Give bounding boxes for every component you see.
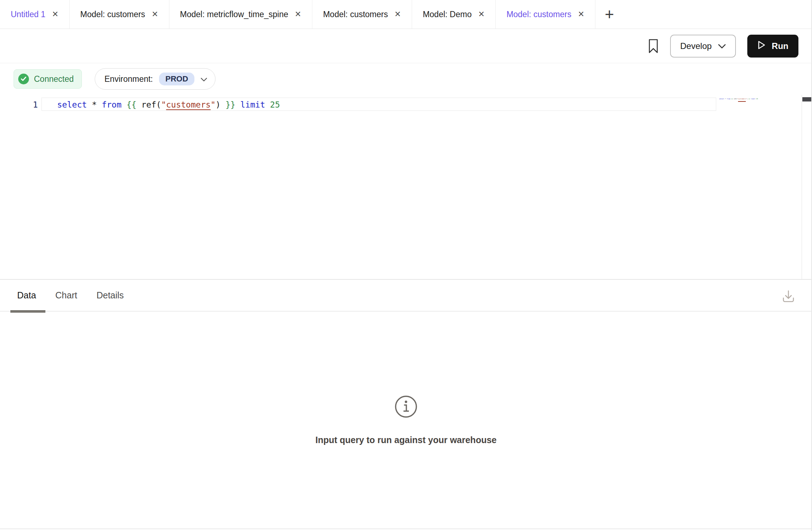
environment-value-chip: PROD: [159, 73, 195, 85]
chevron-down-icon: [718, 41, 726, 51]
editor-tab-0[interactable]: Untitled 1 ✕: [0, 0, 70, 29]
editor-tab-3[interactable]: Model: customers ✕: [312, 0, 412, 29]
code-token: select: [719, 98, 724, 100]
code-token: select: [57, 100, 87, 109]
editor-tab-1[interactable]: Model: customers ✕: [70, 0, 169, 29]
panel-tab-details[interactable]: Details: [96, 290, 124, 301]
code-token: limit: [751, 98, 755, 100]
empty-state-message: Input query to run against your warehous…: [315, 435, 496, 445]
environment-selector[interactable]: Environment: PROD: [95, 68, 216, 90]
tab-label: Model: Demo: [423, 10, 472, 19]
line-number: 1: [33, 100, 38, 110]
status-row: Connected Environment: PROD: [0, 63, 812, 95]
code-token: {{: [127, 100, 137, 109]
code-token: [236, 100, 241, 109]
code-token: ref(: [141, 100, 161, 109]
code-token: limit: [241, 100, 265, 109]
close-icon[interactable]: ✕: [478, 10, 485, 18]
panel-tab-chart[interactable]: Chart: [55, 290, 77, 301]
connection-status-badge: Connected: [14, 69, 82, 89]
code-token: 25: [270, 100, 280, 109]
dbt-ide-window: Untitled 1 ✕ Model: customers ✕ Model: m…: [0, 0, 812, 531]
results-panel: Data Chart Details Input query to run ag…: [0, 279, 812, 531]
bookmark-icon[interactable]: [648, 39, 659, 54]
editor-scrollbar[interactable]: [802, 95, 812, 279]
toolbar: Develop Run: [0, 29, 812, 63]
close-icon[interactable]: ✕: [295, 10, 301, 18]
tab-label: Model: customers: [323, 10, 388, 19]
develop-button[interactable]: Develop: [670, 35, 736, 58]
code-token: ): [216, 100, 221, 109]
check-icon: [18, 74, 29, 84]
run-button[interactable]: Run: [747, 35, 798, 58]
code-token: from: [102, 100, 122, 109]
code-token: }}: [226, 100, 236, 109]
tab-label: Model: customers: [506, 10, 571, 19]
code-token: [137, 100, 142, 109]
code-token: from: [727, 98, 731, 100]
code-token: ": [211, 100, 216, 109]
run-button-label: Run: [772, 41, 788, 51]
develop-button-label: Develop: [680, 41, 712, 51]
code-line[interactable]: select * from {{ ref("customers") }} lim…: [57, 100, 280, 110]
editor-tab-5[interactable]: Model: customers ✕: [496, 0, 595, 29]
environment-label: Environment:: [104, 74, 153, 84]
code-token: customers: [738, 98, 746, 100]
code-token: [122, 100, 127, 109]
play-icon: [757, 40, 766, 52]
editor-tab-4[interactable]: Model: Demo ✕: [412, 0, 496, 29]
new-tab-button[interactable]: +: [595, 0, 623, 29]
code-token: *: [92, 100, 97, 109]
code-token: 25: [756, 98, 758, 100]
empty-state: Input query to run against your warehous…: [0, 395, 812, 445]
close-icon[interactable]: ✕: [52, 10, 58, 18]
connection-status-label: Connected: [34, 74, 74, 84]
code-token: [97, 100, 102, 109]
tab-label: Model: metricflow_time_spine: [180, 10, 288, 19]
results-panel-tabs: Data Chart Details: [0, 280, 812, 312]
editor-minimap[interactable]: select * from {{ ref("customers") }} lim…: [719, 98, 758, 100]
panel-tab-data[interactable]: Data: [17, 290, 36, 301]
code-token: customers: [166, 100, 211, 109]
active-tab-underline: [10, 310, 45, 313]
download-icon[interactable]: [781, 288, 796, 306]
tab-label: Model: customers: [80, 10, 145, 19]
close-icon[interactable]: ✕: [394, 10, 401, 18]
bottom-divider: [0, 528, 812, 529]
code-token: ": [161, 100, 166, 109]
info-icon: [394, 395, 418, 420]
code-token: ref(: [734, 98, 737, 100]
chevron-down-icon: [200, 74, 207, 84]
code-token: [265, 100, 270, 109]
editor-tab-bar: Untitled 1 ✕ Model: customers ✕ Model: m…: [0, 0, 812, 29]
tab-label: Untitled 1: [11, 10, 45, 19]
code-token: [221, 100, 226, 109]
close-icon[interactable]: ✕: [578, 10, 584, 18]
close-icon[interactable]: ✕: [152, 10, 158, 18]
code-token: [87, 100, 92, 109]
scrollbar-thumb[interactable]: [802, 97, 812, 101]
editor-tab-2[interactable]: Model: metricflow_time_spine ✕: [169, 0, 312, 29]
sql-editor[interactable]: 1 select * from {{ ref("customers") }} l…: [0, 95, 812, 279]
